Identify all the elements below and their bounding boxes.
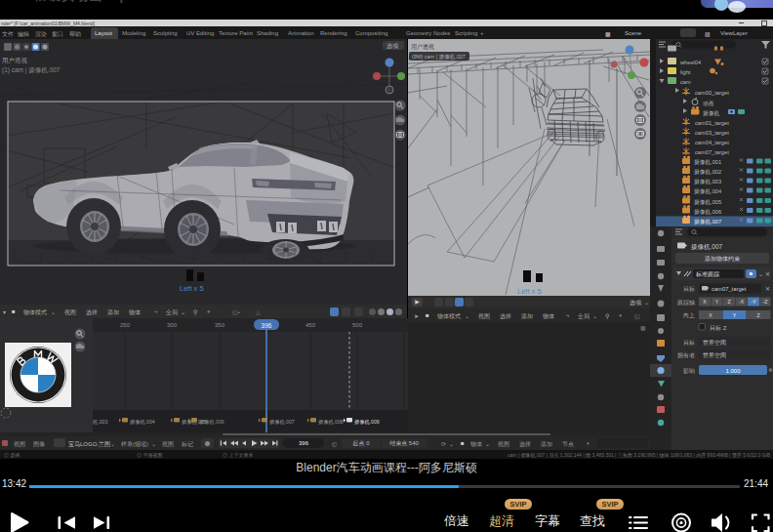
svg-text:摄像机.004: 摄像机.004 bbox=[130, 419, 155, 425]
svg-text:拥有者: 拥有者 bbox=[677, 352, 695, 359]
svg-text:摄像机.007: 摄像机.007 bbox=[691, 243, 723, 251]
svg-text:摄像机.008: 摄像机.008 bbox=[318, 419, 344, 425]
svg-text:cam01_target: cam01_target bbox=[695, 120, 729, 126]
svg-text:396: 396 bbox=[262, 322, 272, 329]
svg-text:500: 500 bbox=[352, 322, 363, 328]
svg-text:影响: 影响 bbox=[683, 367, 695, 374]
svg-text:1.000: 1.000 bbox=[725, 368, 741, 374]
svg-text:450: 450 bbox=[305, 322, 316, 328]
svg-text:-X: -X bbox=[739, 299, 745, 305]
svg-text:目标: 目标 bbox=[683, 340, 695, 347]
svg-text:摄像机.004: 摄像机.004 bbox=[694, 188, 721, 194]
svg-text:摄像机.006: 摄像机.006 bbox=[199, 419, 224, 425]
svg-text:摄像机.006: 摄像机.006 bbox=[694, 209, 721, 215]
svg-text:-Y: -Y bbox=[751, 299, 756, 305]
svg-text:X: X bbox=[709, 312, 712, 318]
svg-text:世界空间: 世界空间 bbox=[703, 340, 726, 347]
svg-text:摄像机.007: 摄像机.007 bbox=[694, 219, 721, 225]
svg-text:cam07_target: cam07_target bbox=[695, 149, 729, 155]
svg-text:选项: 选项 bbox=[386, 43, 399, 50]
svg-text:Left x 5: Left x 5 bbox=[180, 284, 204, 293]
svg-text:⌄: ⌄ bbox=[758, 271, 763, 277]
svg-text:向上: 向上 bbox=[683, 312, 695, 318]
svg-text:摄像机.003: 摄像机.003 bbox=[694, 179, 721, 184]
svg-text:目标: 目标 bbox=[683, 286, 695, 293]
svg-text:添加物体约束: 添加物体约束 bbox=[705, 255, 741, 263]
svg-text:X: X bbox=[703, 299, 707, 305]
svg-text:目标 Z: 目标 Z bbox=[710, 325, 727, 332]
svg-text:cam: cam bbox=[680, 79, 691, 85]
svg-text:wheel04: wheel04 bbox=[679, 60, 701, 65]
svg-text:标准跟踪: 标准跟踪 bbox=[695, 270, 719, 278]
svg-text:摄像机.005: 摄像机.005 bbox=[694, 199, 721, 205]
svg-text:cam00_target: cam00_target bbox=[695, 90, 729, 96]
svg-text:摄像机.009: 摄像机.009 bbox=[354, 419, 380, 425]
svg-text:cam03_target: cam03_target bbox=[695, 130, 729, 136]
svg-text:light: light bbox=[680, 69, 691, 75]
svg-text:Z: Z bbox=[727, 299, 730, 305]
svg-text:cam04_target: cam04_target bbox=[695, 140, 729, 145]
svg-text:Z: Z bbox=[756, 312, 759, 318]
svg-text:Y: Y bbox=[715, 299, 719, 305]
svg-text:250: 250 bbox=[120, 322, 131, 328]
svg-text:世界空间: 世界空间 bbox=[703, 352, 726, 359]
svg-text:✕: ✕ bbox=[765, 286, 770, 292]
svg-text:用户透视: 用户透视 bbox=[2, 57, 28, 64]
svg-text:机.003: 机.003 bbox=[93, 419, 107, 425]
svg-text:跟踪轴: 跟踪轴 bbox=[677, 299, 695, 307]
svg-text:摄像机.001: 摄像机.001 bbox=[694, 159, 721, 165]
svg-text:用户透视: 用户透视 bbox=[411, 43, 434, 51]
svg-text:350: 350 bbox=[215, 322, 225, 328]
svg-text:(9M) cam | 摄像机.007: (9M) cam | 摄像机.007 bbox=[412, 54, 466, 61]
svg-text:Left x 5: Left x 5 bbox=[517, 287, 542, 296]
svg-text:300: 300 bbox=[167, 322, 178, 328]
svg-text:Y: Y bbox=[733, 312, 737, 318]
svg-text:-Z: -Z bbox=[763, 299, 768, 305]
svg-text:cam07_target: cam07_target bbox=[712, 286, 747, 292]
svg-text:动画: 动画 bbox=[703, 101, 714, 106]
svg-text:摄像机.007: 摄像机.007 bbox=[269, 419, 295, 425]
svg-text:摄像机: 摄像机 bbox=[703, 110, 719, 116]
svg-text:(1) cam | 摄像机.007: (1) cam | 摄像机.007 bbox=[2, 66, 61, 74]
svg-text:✕: ✕ bbox=[765, 271, 770, 277]
svg-text:摄像机.002: 摄像机.002 bbox=[694, 169, 721, 175]
